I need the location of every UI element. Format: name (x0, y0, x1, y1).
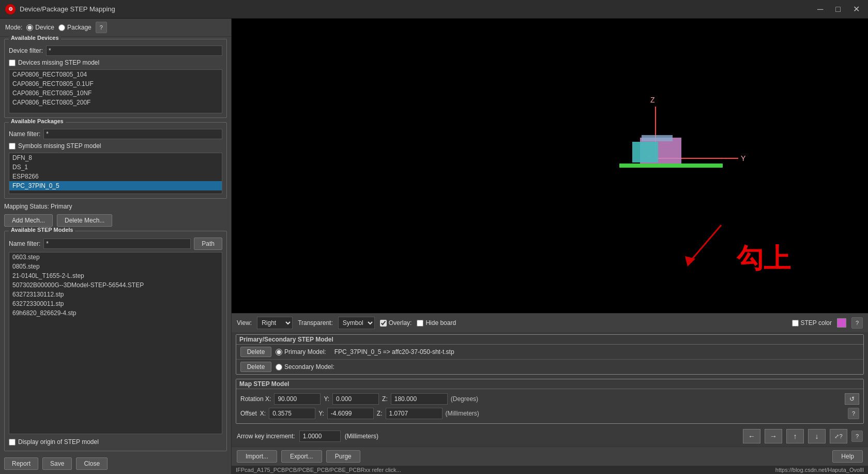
list-item[interactable]: 507302B00000G--3DModel-STEP-56544.STEP (9, 280, 222, 290)
offset-label: Offset (240, 410, 257, 417)
hide-board-checkbox[interactable] (417, 320, 423, 327)
list-item[interactable]: CAP0806_RECT0805_10NF (9, 88, 222, 98)
map-help-button[interactable]: ? (848, 408, 859, 419)
packages-list[interactable]: DFN_8 DS_1 ESP8266 FPC_37PIN_0_5 (9, 153, 222, 194)
add-mech-button[interactable]: Add Mech... (4, 214, 53, 227)
delete-secondary-button[interactable]: Delete (240, 362, 271, 372)
device-filter-row: Device filter: (9, 46, 222, 56)
list-item[interactable]: ESP8266 (9, 172, 222, 181)
offset-z-input[interactable] (386, 408, 443, 419)
list-item[interactable]: 0805.step (9, 262, 222, 271)
list-item[interactable]: CAP0806_RECT0805_0.1UF (9, 79, 222, 88)
nav-expand-button[interactable]: ⤢? (830, 429, 847, 443)
list-item[interactable]: 632723300011.stp (9, 299, 222, 308)
arrow-key-help-button[interactable]: ? (851, 431, 863, 442)
transparent-select[interactable]: Symbol None Full (338, 317, 375, 329)
delete-primary-button[interactable]: Delete (240, 347, 271, 357)
available-step-models-group: Available STEP Models Name filter: Path … (4, 231, 227, 451)
3d-viewport[interactable]: Y Z × 勾上 (232, 19, 868, 313)
devices-missing-checkbox[interactable] (9, 60, 16, 66)
symbols-missing-checkbox[interactable] (9, 143, 16, 150)
list-item-selected[interactable]: FPC_37PIN_0_5 (9, 181, 222, 190)
arrow-key-unit: (Millimeters) (345, 433, 378, 440)
view-help-button[interactable]: ? (851, 317, 863, 329)
purge-button[interactable]: Purge (326, 450, 360, 463)
mode-help-button[interactable]: ? (96, 22, 107, 33)
primary-model-value: FPC_37PIN_0_5 => affc20-37-050-sht-t.stp (334, 348, 454, 356)
primary-secondary-section: Primary/Secondary STEP Model Delete Prim… (236, 334, 864, 375)
delete-mech-button[interactable]: Delete Mech... (57, 214, 112, 227)
step-color-label: STEP color (801, 319, 832, 327)
step-models-list[interactable]: 0603.step 0805.step 21-0140L_T1655-2-L.s… (9, 252, 222, 434)
app-icon: ⚙ (5, 4, 16, 14)
nav-up-button[interactable]: ↑ (786, 429, 804, 443)
overlay-checkbox[interactable] (380, 320, 387, 327)
devices-list[interactable]: CAP0806_RECT0805_104 CAP0806_RECT0805_0.… (9, 69, 222, 113)
step-color-swatch[interactable] (837, 318, 846, 328)
nav-down-button[interactable]: ↓ (808, 429, 826, 443)
list-item[interactable]: DS_1 (9, 162, 222, 172)
map-step-title: Map STEP Model (236, 379, 863, 389)
rotation-x-label: Rotation X: (240, 395, 271, 403)
path-button[interactable]: Path (194, 238, 222, 250)
offset-unit: (Millimeters) (446, 410, 479, 417)
device-filter-input[interactable] (46, 46, 222, 56)
close-main-button[interactable]: Close (76, 457, 108, 470)
list-item[interactable]: 21-0140L_T1655-2-L.step (9, 271, 222, 280)
offset-y-input[interactable] (327, 408, 374, 419)
import-button[interactable]: Import... (237, 450, 277, 463)
rotation-y-label: Y: (324, 395, 329, 403)
display-origin-label: Display origin of STEP model (18, 438, 99, 446)
list-item[interactable]: CAP0806_RECT0805_200F (9, 98, 222, 107)
save-button[interactable]: Save (42, 457, 72, 470)
display-origin-checkbox[interactable] (9, 439, 16, 446)
maximize-button[interactable]: □ (832, 4, 844, 14)
symbols-missing-label: Symbols missing STEP model (18, 142, 101, 150)
step-color-checkbox[interactable] (792, 320, 799, 327)
arrow-key-input[interactable] (299, 431, 341, 442)
primary-model-radio[interactable]: Primary Model: (276, 348, 326, 356)
transparent-label: Transparent: (298, 319, 333, 327)
list-item[interactable]: 69h6820_826629-4.stp (9, 308, 222, 318)
step-filter-input[interactable] (43, 239, 191, 249)
rotation-x-input[interactable] (274, 393, 321, 405)
list-item[interactable]: DFN_8 (9, 153, 222, 162)
bottom-button-row: Report Save Close (0, 453, 231, 474)
step-models-title: Available STEP Models (9, 227, 75, 233)
rotation-z-input[interactable] (391, 393, 448, 405)
mode-package-radio[interactable]: Package (58, 24, 92, 31)
available-packages-group: Available Packages Name filter: Symbols … (4, 122, 227, 199)
nav-right-button[interactable]: → (765, 429, 782, 443)
export-button[interactable]: Export... (281, 450, 322, 463)
rotation-reset-button[interactable]: ↺ (845, 393, 859, 405)
offset-y-label: Y: (318, 410, 324, 417)
map-step-section: Map STEP Model Rotation X: Y: Z: (Degree… (236, 379, 864, 424)
rotation-y-input[interactable] (332, 393, 379, 405)
primary-model-row: Delete Primary Model: FPC_37PIN_0_5 => a… (236, 345, 863, 359)
arrow-key-bar: Arrow key increment: (Millimeters) ← → ↑… (232, 426, 868, 447)
mode-label: Mode: (5, 24, 22, 31)
secondary-model-radio[interactable]: Secondary Model: (276, 363, 334, 371)
list-item[interactable]: 0603.step (9, 253, 222, 262)
secondary-model-row: Delete Secondary Model: (236, 359, 863, 374)
left-panel: Mode: Device Package ? Available Devices… (0, 19, 232, 474)
hide-board-label: Hide board (425, 319, 456, 327)
package-filter-input[interactable] (43, 129, 222, 139)
devices-missing-label: Devices missing STEP model (18, 59, 99, 66)
mode-device-radio[interactable]: Device (26, 24, 54, 31)
report-button[interactable]: Report (4, 457, 38, 470)
package-filter-row: Name filter: (9, 129, 222, 139)
mapping-status: Mapping Status: Primary (0, 201, 231, 212)
list-item[interactable]: CAP0806_RECT0805_104 (9, 70, 222, 79)
close-button[interactable]: ✕ (850, 4, 863, 14)
offset-x-input[interactable] (269, 408, 315, 419)
view-select[interactable]: Front Right Top Back Left Bottom (257, 317, 293, 329)
help-button[interactable]: Help (832, 450, 863, 463)
nav-left-button[interactable]: ← (743, 429, 760, 443)
step-color-checkbox-row: STEP color (792, 319, 832, 327)
primary-model-label: Primary Model: (284, 348, 326, 356)
minimize-button[interactable]: ─ (814, 4, 826, 14)
offset-z-label: Z: (377, 410, 383, 417)
annotation-area: 勾上 (675, 220, 790, 272)
list-item[interactable]: 632723130112.stp (9, 290, 222, 299)
